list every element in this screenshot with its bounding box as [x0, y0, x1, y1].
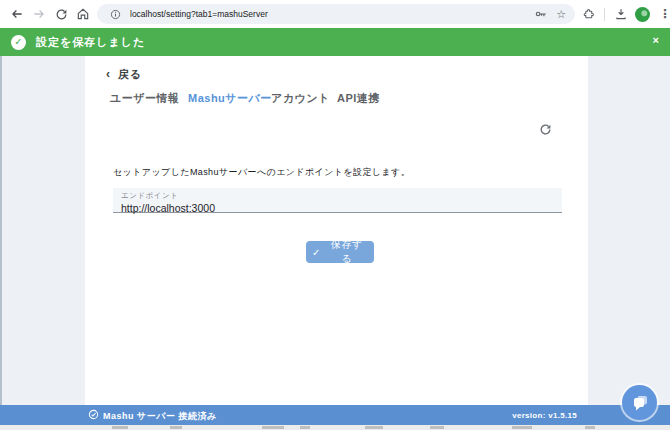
tab-account[interactable]: アカウント [271, 91, 330, 106]
toast-close-icon[interactable]: × [653, 35, 659, 46]
back-link[interactable]: ‹戻る [106, 67, 142, 82]
description-text: セットアップしたMashuサーバーへのエンドポイントを設定します。 [113, 166, 410, 179]
settings-panel: ‹戻る ユーザー情報 Mashuサーバー アカウント API連携 セットアップし… [85, 56, 588, 405]
refresh-icon[interactable] [539, 122, 552, 140]
save-button[interactable]: ✓保存する [306, 241, 374, 263]
connection-status-label: Mashu サーバー 接続済み [103, 410, 217, 423]
toolbar-right-icons: ⋮ [579, 5, 670, 23]
page-background: ‹戻る ユーザー情報 Mashuサーバー アカウント API連携 セットアップし… [0, 56, 670, 405]
tab-user-info[interactable]: ユーザー情報 [110, 91, 180, 106]
chat-widget-button[interactable] [622, 385, 657, 420]
status-bar: Mashu サーバー 接続済み version: v1.5.15 [0, 405, 670, 425]
downloads-icon[interactable] [612, 5, 630, 23]
tab-api-integration[interactable]: API連携 [337, 91, 380, 106]
check-circle-icon: ✓ [11, 35, 26, 50]
password-key-icon[interactable] [534, 7, 548, 21]
extensions-icon[interactable] [579, 5, 597, 23]
chat-bubble-icon [630, 393, 650, 413]
check-icon: ✓ [312, 247, 321, 258]
home-icon[interactable] [74, 5, 92, 23]
endpoint-field[interactable]: エンドポイント [113, 188, 562, 213]
forward-icon[interactable] [30, 5, 48, 23]
browser-window: localhost/setting?tab1=mashuServer ☆ ⋮ ✓… [0, 0, 670, 430]
bottom-strip [0, 425, 670, 430]
endpoint-field-label: エンドポイント [121, 191, 554, 201]
address-bar[interactable]: localhost/setting?tab1=mashuServer ☆ [97, 4, 575, 24]
browser-toolbar: localhost/setting?tab1=mashuServer ☆ ⋮ [0, 0, 670, 28]
connected-check-circle-icon [88, 409, 99, 420]
reload-icon[interactable] [52, 5, 70, 23]
back-icon[interactable] [8, 5, 26, 23]
success-toast: ✓ 設定を保存しました × [0, 28, 670, 56]
tab-mashu-server[interactable]: Mashuサーバー [188, 91, 272, 106]
settings-tabs: ユーザー情報 Mashuサーバー アカウント API連携 [85, 91, 588, 105]
version-label: version: v1.5.15 [512, 411, 577, 420]
chevron-left-icon: ‹ [106, 67, 111, 81]
browser-menu-icon[interactable]: ⋮ [655, 8, 670, 20]
site-info-icon[interactable] [106, 5, 124, 23]
bookmark-star-icon[interactable]: ☆ [556, 9, 566, 20]
endpoint-input[interactable] [121, 201, 554, 214]
address-bar-actions: ☆ [534, 7, 566, 21]
toast-message: 設定を保存しました [36, 35, 145, 50]
save-button-label: 保存する [326, 238, 368, 266]
toolbar-separator [604, 8, 605, 21]
left-edge-strip [0, 56, 2, 405]
profile-avatar[interactable] [635, 7, 650, 22]
nav-icons [0, 5, 92, 23]
url-text[interactable]: localhost/setting?tab1=mashuServer [130, 9, 268, 19]
back-link-label: 戻る [118, 68, 142, 80]
